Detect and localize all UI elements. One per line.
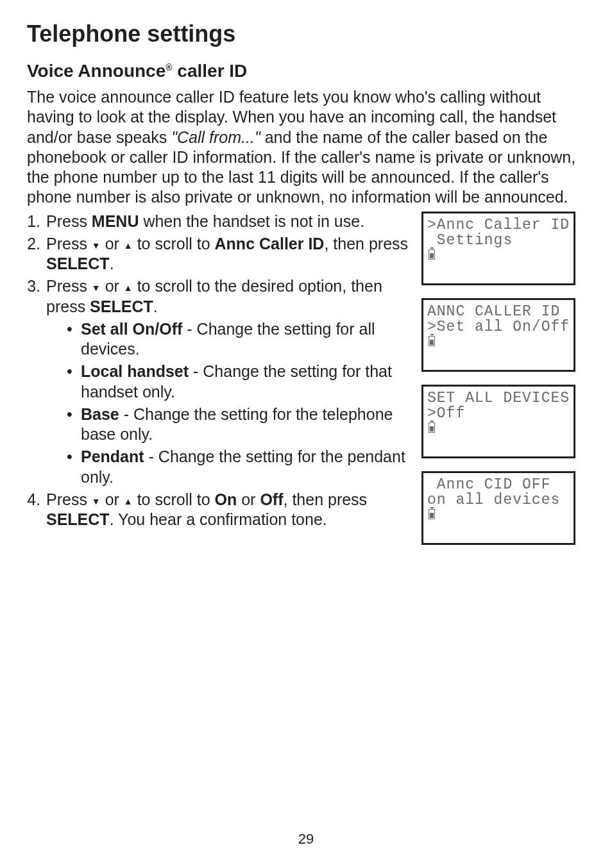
lcd-screen-2: ANNC CALLER ID >Set all On/Off <box>421 298 575 372</box>
value-off: Off <box>260 490 283 508</box>
lcd-line: >Annc Caller ID <box>427 217 570 233</box>
step-4: Press ▼ or ▲ to scroll to On or Off, the… <box>45 490 414 530</box>
page-number: 29 <box>0 830 612 848</box>
step-text: Press <box>46 277 92 295</box>
up-arrow-icon: ▲ <box>124 283 133 294</box>
battery-icon <box>429 422 435 433</box>
option-local-handset: Local handset - Change the setting for t… <box>67 362 414 402</box>
step-3: Press ▼ or ▲ to scroll to the desired op… <box>45 276 414 487</box>
option-base: Base - Change the setting for the teleph… <box>67 405 414 445</box>
lcd-screen-4: Annc CID OFF on all devices <box>421 471 575 545</box>
intro-quote: "Call from..." <box>171 128 260 146</box>
key-select: SELECT <box>46 510 110 528</box>
down-arrow-icon: ▼ <box>92 240 101 252</box>
down-arrow-icon: ▼ <box>92 283 101 294</box>
lcd-line: ANNC CALLER ID <box>427 304 570 319</box>
option-desc: - Change the setting for the telephone b… <box>81 405 393 443</box>
step-text: to scroll to <box>133 235 215 253</box>
up-arrow-icon: ▲ <box>124 496 133 508</box>
step-text: Press <box>46 490 92 508</box>
option-label: Base <box>81 405 119 423</box>
manual-page: Telephone settings Voice Announce® calle… <box>0 0 612 868</box>
option-label: Pendant <box>81 447 144 465</box>
option-label: Local handset <box>81 362 189 380</box>
battery-icon <box>429 509 435 519</box>
lcd-screen-3: SET ALL DEVICES >Off <box>421 385 575 458</box>
lcd-screen-1: >Annc Caller ID Settings <box>421 212 575 285</box>
step-text: . You hear a confirmation tone. <box>110 510 327 528</box>
lcd-line: >Off <box>427 406 570 421</box>
screens-column: >Annc Caller ID Settings ANNC CALLER ID … <box>421 212 585 545</box>
step-text: Press <box>46 235 92 253</box>
step-text: , then press <box>283 490 367 508</box>
intro-paragraph: The voice announce caller ID feature let… <box>27 87 585 208</box>
up-arrow-icon: ▲ <box>124 240 133 252</box>
content-row: Press MENU when the handset is not in us… <box>27 212 585 545</box>
lcd-line: on all devices <box>427 492 570 508</box>
step-text: or <box>101 490 124 508</box>
step-1: Press MENU when the handset is not in us… <box>45 212 414 231</box>
key-select: SELECT <box>90 297 153 315</box>
step-2: Press ▼ or ▲ to scroll to Annc Caller ID… <box>45 234 414 274</box>
step-text: , then press <box>324 235 408 253</box>
step-text: . <box>153 297 158 315</box>
step-text: or <box>237 490 260 508</box>
value-on: On <box>215 490 237 508</box>
lcd-line: Settings <box>427 233 570 248</box>
instructions-column: Press MENU when the handset is not in us… <box>27 212 414 545</box>
options-list: Set all On/Off - Change the setting for … <box>46 319 414 487</box>
option-pendant: Pendant - Change the setting for the pen… <box>67 447 414 487</box>
screen-stack: >Annc Caller ID Settings ANNC CALLER ID … <box>421 212 585 545</box>
heading-part-2: caller ID <box>173 61 248 81</box>
key-menu: MENU <box>92 212 139 230</box>
step-text: when the handset is not in use. <box>139 212 364 230</box>
lcd-line: Annc CID OFF <box>427 477 570 492</box>
heading-part-1: Voice Announce <box>27 61 166 81</box>
lcd-line: SET ALL DEVICES <box>427 390 570 406</box>
page-title: Telephone settings <box>27 19 585 48</box>
step-text: Press <box>46 212 92 230</box>
option-label: Set all On/Off <box>81 320 182 338</box>
key-select: SELECT <box>46 255 110 272</box>
section-heading: Voice Announce® caller ID <box>27 60 585 82</box>
step-text: or <box>101 235 124 253</box>
lcd-line: >Set all On/Off <box>427 319 570 335</box>
down-arrow-icon: ▼ <box>92 496 101 508</box>
step-text: or <box>101 277 124 295</box>
step-text: . <box>110 255 114 272</box>
steps-list: Press MENU when the handset is not in us… <box>27 212 414 530</box>
menu-item-annc-caller-id: Annc Caller ID <box>215 235 325 253</box>
battery-icon <box>429 336 435 346</box>
registered-symbol: ® <box>166 62 172 72</box>
battery-icon <box>429 249 435 260</box>
step-text: to scroll to <box>133 490 215 508</box>
option-set-all: Set all On/Off - Change the setting for … <box>67 319 414 360</box>
